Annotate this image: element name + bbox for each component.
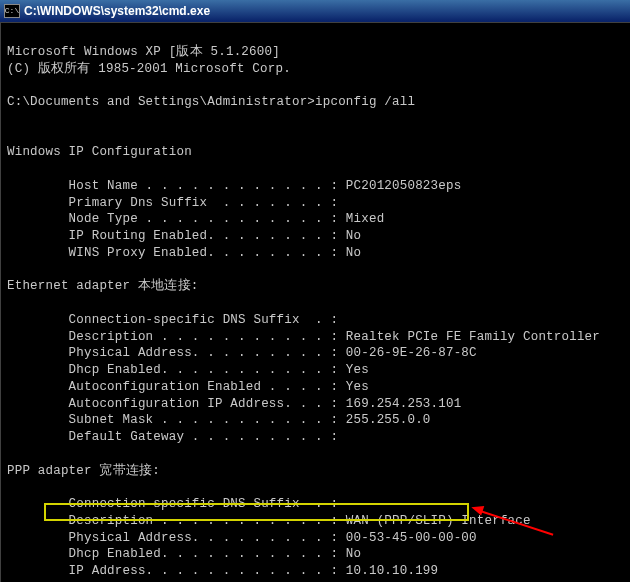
eth-description-line: Description . . . . . . . . . . . : Real… [7, 330, 600, 344]
title-bar[interactable]: C:\ C:\WINDOWS\system32\cmd.exe [0, 0, 630, 22]
eth-subnet-mask-line: Subnet Mask . . . . . . . . . . . : 255.… [7, 413, 431, 427]
client-area: Microsoft Windows XP [版本 5.1.2600] (C) 版… [0, 22, 630, 582]
ppp-physical-address-line: Physical Address. . . . . . . . . : 00-5… [7, 531, 477, 545]
wins-proxy-line: WINS Proxy Enabled. . . . . . . . : No [7, 246, 361, 260]
eth-dns-suffix-line: Connection-specific DNS Suffix . : [7, 313, 338, 327]
ppp-dns-suffix-line: Connection-specific DNS Suffix . : [7, 497, 338, 511]
ip-routing-line: IP Routing Enabled. . . . . . . . : No [7, 229, 361, 243]
ppp-ip-address-line: IP Address. . . . . . . . . . . . : 10.1… [7, 564, 438, 578]
command-prompt-line: C:\Documents and Settings\Administrator>… [7, 95, 415, 109]
host-name-line: Host Name . . . . . . . . . . . . : PC20… [7, 179, 461, 193]
eth-autoconfig-enabled-line: Autoconfiguration Enabled . . . . : Yes [7, 380, 369, 394]
section-ethernet-adapter: Ethernet adapter 本地连接: [7, 279, 198, 293]
eth-default-gateway-line: Default Gateway . . . . . . . . . : [7, 430, 338, 444]
terminal-output[interactable]: Microsoft Windows XP [版本 5.1.2600] (C) 版… [1, 23, 630, 582]
section-windows-ip-config: Windows IP Configuration [7, 145, 192, 159]
ppp-dhcp-line: Dhcp Enabled. . . . . . . . . . . : No [7, 547, 361, 561]
primary-dns-suffix-line: Primary Dns Suffix . . . . . . . : [7, 196, 338, 210]
section-ppp-adapter: PPP adapter 宽带连接: [7, 464, 160, 478]
node-type-line: Node Type . . . . . . . . . . . . : Mixe… [7, 212, 384, 226]
eth-physical-address-line: Physical Address. . . . . . . . . : 00-2… [7, 346, 477, 360]
eth-autoconfig-ip-line: Autoconfiguration IP Address. . . : 169.… [7, 397, 461, 411]
copyright-line: (C) 版权所有 1985-2001 Microsoft Corp. [7, 62, 291, 76]
ppp-description-line: Description . . . . . . . . . . . : WAN … [7, 514, 531, 528]
os-version-line: Microsoft Windows XP [版本 5.1.2600] [7, 45, 280, 59]
window-title: C:\WINDOWS\system32\cmd.exe [24, 4, 210, 18]
eth-dhcp-line: Dhcp Enabled. . . . . . . . . . . : Yes [7, 363, 369, 377]
cmd-icon: C:\ [4, 4, 20, 18]
